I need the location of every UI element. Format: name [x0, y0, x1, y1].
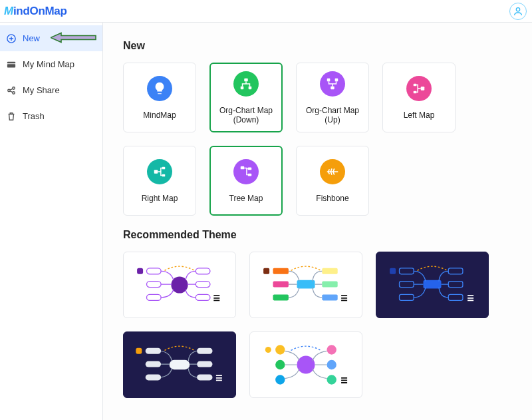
svg-rect-54 — [136, 348, 142, 354]
svg-point-0 — [516, 7, 519, 11]
sidebar-item-label: My Mind Map — [23, 59, 74, 69]
trash-icon — [7, 112, 16, 121]
svg-rect-48 — [146, 348, 161, 354]
svg-rect-10 — [249, 86, 252, 89]
card-label: Fishbone — [316, 194, 348, 203]
sidebar-item-my-share[interactable]: My Share — [0, 77, 102, 103]
svg-rect-12 — [327, 78, 331, 81]
svg-rect-50 — [146, 374, 161, 380]
svg-point-58 — [275, 375, 285, 384]
svg-rect-13 — [335, 78, 338, 81]
svg-rect-42 — [400, 294, 414, 300]
svg-point-61 — [327, 375, 336, 384]
svg-rect-28 — [196, 282, 210, 288]
svg-rect-31 — [297, 280, 315, 289]
sidebar-item-new[interactable]: New — [0, 25, 102, 51]
svg-rect-41 — [400, 282, 414, 288]
svg-rect-52 — [197, 361, 212, 367]
template-grid: MindMap Org-Chart Map (Down) Org-Chart M… — [123, 63, 512, 216]
template-card-fishbone[interactable]: Fishbone — [296, 146, 369, 216]
svg-point-60 — [327, 360, 336, 369]
svg-rect-15 — [414, 83, 417, 86]
svg-point-6 — [13, 87, 15, 89]
plus-circle-icon — [7, 34, 16, 43]
template-card-org-chart-down[interactable]: Org-Chart Map (Down) — [209, 63, 283, 132]
svg-rect-21 — [248, 167, 252, 170]
svg-rect-20 — [241, 166, 245, 169]
svg-rect-24 — [147, 268, 162, 274]
section-title-recommended: Recommended Theme — [123, 229, 512, 241]
svg-point-59 — [327, 345, 336, 354]
svg-rect-36 — [322, 282, 337, 288]
svg-rect-44 — [448, 282, 463, 288]
svg-rect-33 — [273, 282, 289, 288]
card-label: Org-Chart Map (Down) — [213, 106, 279, 124]
svg-rect-34 — [273, 294, 289, 300]
fishbone-icon — [320, 159, 345, 184]
card-label: Right Map — [142, 194, 178, 203]
svg-rect-47 — [170, 360, 190, 369]
card-label: Tree Map — [229, 194, 263, 203]
svg-point-7 — [13, 91, 15, 94]
theme-card-blue-dark[interactable] — [376, 252, 489, 318]
user-avatar[interactable] — [509, 3, 527, 20]
svg-rect-11 — [331, 86, 334, 89]
svg-point-56 — [275, 345, 285, 354]
org-down-icon — [233, 71, 259, 97]
svg-rect-43 — [448, 268, 463, 274]
svg-rect-53 — [197, 374, 212, 380]
svg-rect-39 — [424, 280, 442, 289]
folder-icon — [7, 60, 16, 69]
theme-card-fluid-dark[interactable] — [123, 331, 236, 398]
org-up-icon — [320, 71, 345, 97]
card-label: Org-Chart Map (Up) — [299, 106, 366, 124]
svg-rect-22 — [248, 173, 252, 176]
section-title-new: New — [123, 40, 512, 52]
svg-rect-29 — [196, 294, 210, 300]
sidebar-item-label: New — [23, 33, 40, 43]
tree-map-icon — [233, 159, 259, 184]
svg-rect-18 — [162, 166, 166, 169]
app-header: MindOnMap — [0, 0, 532, 23]
svg-rect-46 — [390, 268, 396, 274]
svg-marker-2 — [51, 33, 96, 42]
annotation-arrow-icon — [51, 30, 97, 47]
svg-rect-40 — [400, 268, 414, 274]
svg-rect-9 — [241, 86, 244, 89]
svg-rect-4 — [7, 64, 15, 67]
svg-rect-14 — [421, 87, 425, 91]
right-map-icon — [147, 159, 172, 184]
theme-card-color-blocks[interactable] — [249, 252, 362, 318]
main-content: New MindMap Org-Chart Map (Down) Org-Cha… — [103, 23, 532, 420]
svg-point-55 — [297, 356, 315, 374]
sidebar: New My Mind Map My Share Trash — [0, 23, 103, 420]
theme-card-purple-outline[interactable] — [123, 252, 236, 318]
sidebar-item-label: My Share — [23, 85, 60, 95]
svg-rect-45 — [448, 294, 463, 300]
theme-card-pastel-circles[interactable] — [249, 331, 362, 398]
svg-rect-16 — [414, 91, 417, 93]
svg-rect-38 — [263, 268, 269, 274]
sidebar-item-my-mind-map[interactable]: My Mind Map — [0, 51, 102, 77]
svg-point-57 — [275, 360, 285, 369]
svg-rect-51 — [197, 348, 212, 354]
share-icon — [7, 86, 16, 95]
svg-rect-17 — [154, 170, 158, 174]
svg-rect-32 — [273, 268, 289, 274]
template-card-mindmap[interactable]: MindMap — [123, 63, 196, 132]
template-card-tree-map[interactable]: Tree Map — [209, 146, 283, 216]
sidebar-item-trash[interactable]: Trash — [0, 103, 102, 129]
bulb-icon — [147, 76, 172, 101]
svg-rect-8 — [244, 78, 248, 81]
template-card-org-chart-up[interactable]: Org-Chart Map (Up) — [296, 63, 369, 132]
svg-rect-25 — [147, 282, 162, 288]
left-map-icon — [406, 76, 432, 101]
template-card-right-map[interactable]: Right Map — [123, 146, 196, 216]
theme-grid — [123, 252, 512, 398]
svg-rect-3 — [7, 61, 15, 63]
svg-rect-49 — [146, 361, 161, 367]
template-card-left-map[interactable]: Left Map — [382, 63, 456, 132]
logo: MindOnMap — [4, 5, 67, 18]
svg-rect-37 — [322, 294, 337, 300]
svg-rect-35 — [322, 268, 337, 274]
